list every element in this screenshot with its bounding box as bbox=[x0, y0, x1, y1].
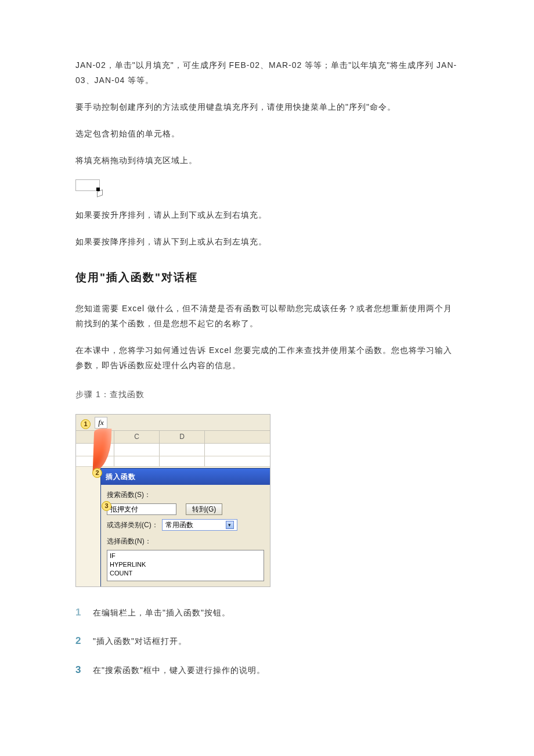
insert-function-illustration: 1 2 3 fx C D 插入函数 搜索函数(S)： 抵押支付 bbox=[75, 414, 270, 587]
search-function-input[interactable]: 抵押支付 bbox=[107, 503, 176, 515]
search-function-label: 搜索函数(S)： bbox=[107, 488, 151, 501]
instruction-text: 在"搜索函数"框中，键入要进行操作的说明。 bbox=[93, 663, 265, 678]
function-option[interactable]: HYPERLINK bbox=[110, 561, 146, 568]
body-paragraph: 选定包含初始值的单元格。 bbox=[75, 127, 459, 142]
go-button[interactable]: 转到(G) bbox=[186, 503, 222, 515]
column-header-d: D bbox=[160, 431, 205, 443]
callout-badge-3: 3 bbox=[102, 501, 111, 511]
section-intro: 您知道需要 Excel 做什么，但不清楚是否有函数可以帮助您完成该任务？或者您想… bbox=[75, 301, 459, 332]
instruction-text: 在编辑栏上，单击"插入函数"按钮。 bbox=[93, 606, 230, 621]
instruction-number: 1 bbox=[75, 603, 89, 621]
instruction-item: 3 在"搜索函数"框中，键入要进行操作的说明。 bbox=[75, 661, 459, 679]
instruction-number: 2 bbox=[75, 632, 89, 650]
step-caption: 步骤 1：查找函数 bbox=[75, 387, 459, 402]
body-paragraph: JAN-02，单击"以月填充"，可生成序列 FEB-02、MAR-02 等等；单… bbox=[75, 58, 459, 88]
section-heading: 使用"插入函数"对话框 bbox=[75, 267, 459, 287]
instruction-text: "插入函数"对话框打开。 bbox=[93, 634, 187, 649]
instruction-number: 3 bbox=[75, 661, 89, 679]
callout-badge-1: 1 bbox=[81, 419, 91, 429]
function-listbox[interactable]: IF HYPERLINK COUNT bbox=[107, 550, 264, 581]
chevron-down-icon: ▾ bbox=[226, 521, 234, 529]
select-function-label: 选择函数(N)： bbox=[107, 535, 151, 548]
function-option[interactable]: COUNT bbox=[110, 570, 132, 577]
column-header-c: C bbox=[114, 431, 160, 443]
insert-function-dialog: 插入函数 搜索函数(S)： 抵押支付 转到(G) 或选择类别(C)： 常用函数 … bbox=[100, 468, 270, 586]
instruction-item: 2 "插入函数"对话框打开。 bbox=[75, 632, 459, 650]
dialog-title: 插入函数 bbox=[101, 469, 270, 485]
body-paragraph: 要手动控制创建序列的方法或使用键盘填充序列，请使用快捷菜单上的"序列"命令。 bbox=[75, 100, 459, 115]
body-paragraph: 如果要按降序排列，请从下到上或从右到左填充。 bbox=[75, 235, 459, 250]
category-dropdown[interactable]: 常用函数 ▾ bbox=[162, 519, 237, 531]
section-intro: 在本课中，您将学习如何通过告诉 Excel 您要完成的工作来查找并使用某个函数。… bbox=[75, 343, 459, 373]
body-paragraph: 如果要按升序排列，请从上到下或从左到右填充。 bbox=[75, 208, 459, 223]
insert-function-icon: fx bbox=[95, 417, 107, 429]
function-option[interactable]: IF bbox=[110, 552, 116, 559]
fill-handle-illustration bbox=[75, 179, 100, 191]
body-paragraph: 将填充柄拖动到待填充区域上。 bbox=[75, 153, 459, 168]
category-label: 或选择类别(C)： bbox=[107, 519, 158, 531]
category-value: 常用函数 bbox=[165, 520, 193, 530]
callout-badge-2: 2 bbox=[92, 468, 102, 478]
instruction-item: 1 在编辑栏上，单击"插入函数"按钮。 bbox=[75, 603, 459, 621]
